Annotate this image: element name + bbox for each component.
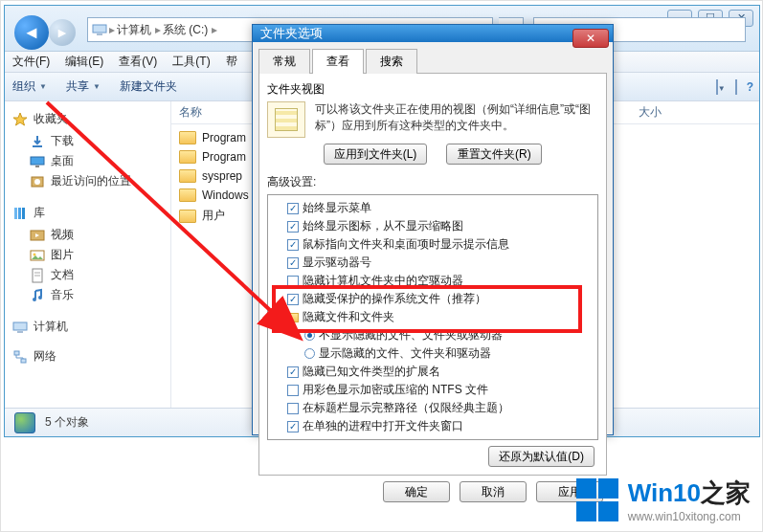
advanced-option[interactable]: ✓鼠标指向文件夹和桌面项时显示提示信息: [270, 235, 595, 254]
advanced-option[interactable]: ✓隐藏受保护的操作系统文件（推荐）: [270, 290, 595, 308]
dialog-title: 文件夹选项: [260, 25, 323, 42]
menu-view[interactable]: 查看(V): [119, 54, 157, 70]
option-label: 鼠标指向文件夹和桌面项时显示提示信息: [303, 236, 509, 253]
reset-folders-button[interactable]: 重置文件夹(R): [446, 144, 542, 165]
svg-rect-22: [14, 351, 19, 355]
checkbox-icon: [287, 385, 299, 396]
radio-icon: [304, 348, 315, 359]
dialog-close-button[interactable]: ✕: [572, 29, 609, 48]
advanced-option[interactable]: ✓始终显示菜单: [270, 199, 595, 217]
advanced-option[interactable]: 不显示隐藏的文件、文件夹或驱动器: [270, 326, 595, 344]
nav-back-button[interactable]: ◄: [14, 15, 49, 50]
network-icon: [12, 349, 28, 365]
navpane-computer[interactable]: 计算机: [12, 319, 170, 335]
breadcrumb-item[interactable]: 系统 (C:): [163, 22, 208, 38]
view-mode-button[interactable]: ▼: [716, 80, 726, 94]
navpane-desktop[interactable]: 桌面: [12, 151, 170, 171]
ok-button[interactable]: 确定: [383, 481, 450, 502]
checkbox-icon: ✓: [287, 239, 299, 251]
computer-icon: [92, 22, 107, 37]
windows-logo-icon: [576, 478, 620, 522]
svg-point-18: [33, 298, 36, 301]
advanced-option[interactable]: 用彩色显示加密或压缩的 NTFS 文件: [270, 381, 595, 399]
navpane-recent[interactable]: 最近访问的位置: [12, 171, 170, 191]
folder-options-dialog: 文件夹选项 ✕ 常规 查看 搜索 文件夹视图 可以将该文件夹正在使用的视图（例如…: [252, 24, 614, 435]
folder-icon: [179, 150, 196, 164]
advanced-settings-label: 高级设置:: [267, 174, 598, 190]
checkbox-icon: ✓: [287, 294, 299, 305]
navpane-videos[interactable]: 视频: [12, 225, 170, 245]
menu-tools[interactable]: 工具(T): [172, 54, 210, 70]
menu-help[interactable]: 帮: [226, 54, 237, 70]
document-icon: [30, 268, 45, 283]
dialog-title-bar[interactable]: 文件夹选项 ✕: [253, 25, 613, 42]
picture-icon: [30, 248, 45, 263]
navpane-documents[interactable]: 文档: [12, 265, 170, 285]
toolbar-new-folder[interactable]: 新建文件夹: [120, 78, 177, 95]
navpane-libraries[interactable]: 库: [12, 205, 170, 221]
folder-view-icon: [267, 101, 305, 138]
advanced-option[interactable]: 隐藏文件和文件夹: [270, 308, 595, 326]
svg-rect-23: [21, 359, 26, 363]
svg-rect-5: [35, 166, 39, 167]
menu-edit[interactable]: 编辑(E): [65, 54, 103, 70]
desktop-icon: [30, 154, 45, 169]
option-label: 在标题栏显示完整路径（仅限经典主题）: [303, 400, 509, 416]
folder-icon: [179, 188, 196, 202]
advanced-option[interactable]: ✓隐藏已知文件类型的扩展名: [270, 363, 595, 381]
advanced-option[interactable]: ✓在单独的进程中打开文件夹窗口: [270, 417, 595, 435]
checkbox-icon: [287, 403, 299, 414]
advanced-option[interactable]: 显示隐藏的文件、文件夹和驱动器: [270, 344, 595, 363]
advanced-option[interactable]: ✓显示驱动器号: [270, 254, 595, 272]
checkbox-icon: ✓: [287, 257, 299, 269]
breadcrumb-item[interactable]: 计算机: [117, 22, 151, 38]
advanced-settings-list[interactable]: ✓始终显示菜单✓始终显示图标，从不显示缩略图✓鼠标指向文件夹和桌面项时显示提示信…: [267, 194, 598, 440]
menu-file[interactable]: 文件(F): [12, 54, 50, 70]
watermark: Win10之家 www.win10xitong.com: [576, 477, 751, 523]
tab-panel-view: 文件夹视图 可以将该文件夹正在使用的视图（例如“详细信息”或“图标”）应用到所有…: [258, 73, 607, 476]
advanced-option[interactable]: 隐藏计算机文件夹中的空驱动器: [270, 272, 595, 290]
checkbox-icon: ✓: [287, 421, 299, 432]
navpane-downloads[interactable]: 下载: [12, 131, 170, 151]
checkbox-icon: ✓: [287, 203, 299, 214]
navpane-favorites[interactable]: 收藏夹: [12, 111, 170, 127]
tab-general[interactable]: 常规: [258, 49, 310, 74]
option-label: 不显示隐藏的文件、文件夹或驱动器: [319, 327, 503, 344]
download-icon: [30, 134, 45, 149]
tab-search[interactable]: 搜索: [366, 49, 417, 74]
svg-rect-20: [13, 322, 27, 330]
navpane-network[interactable]: 网络: [12, 348, 170, 365]
option-label: 隐藏计算机文件夹中的空驱动器: [303, 273, 463, 289]
advanced-option[interactable]: ✓始终显示图标，从不显示缩略图: [270, 217, 595, 235]
navpane-music[interactable]: 音乐: [12, 285, 170, 305]
folder-icon: [179, 169, 196, 183]
svg-rect-8: [14, 208, 17, 219]
column-size[interactable]: 大小: [631, 104, 669, 121]
option-label: 隐藏已知文件类型的扩展名: [303, 364, 440, 380]
checkbox-icon: ✓: [287, 366, 299, 378]
svg-rect-4: [31, 157, 44, 165]
svg-rect-1: [97, 33, 102, 35]
cancel-button[interactable]: 取消: [460, 481, 527, 502]
watermark-brand: Win10之家: [628, 477, 751, 510]
recent-icon: [30, 174, 45, 189]
help-button[interactable]: ?: [747, 80, 753, 94]
toolbar-organize[interactable]: 组织▼: [12, 78, 47, 95]
folder-icon: [287, 313, 299, 322]
music-icon: [30, 288, 45, 303]
option-label: 始终显示图标，从不显示缩略图: [303, 218, 463, 234]
navpane-pictures[interactable]: 图片: [12, 245, 170, 265]
nav-forward-button[interactable]: ►: [49, 19, 76, 46]
preview-pane-button[interactable]: [735, 80, 737, 94]
tab-view[interactable]: 查看: [312, 49, 364, 74]
advanced-option[interactable]: 在标题栏显示完整路径（仅限经典主题）: [270, 399, 595, 417]
status-text: 5 个对象: [45, 414, 89, 431]
option-label: 在单独的进程中打开文件夹窗口: [303, 418, 463, 434]
apply-to-folders-button[interactable]: 应用到文件夹(L): [324, 144, 428, 165]
svg-rect-9: [18, 208, 21, 219]
option-label: 显示隐藏的文件、文件夹和驱动器: [319, 345, 491, 362]
restore-defaults-button[interactable]: 还原为默认值(D): [488, 446, 595, 467]
svg-rect-0: [93, 25, 106, 33]
toolbar-share[interactable]: 共享▼: [66, 78, 101, 95]
tab-bar: 常规 查看 搜索: [253, 42, 613, 73]
